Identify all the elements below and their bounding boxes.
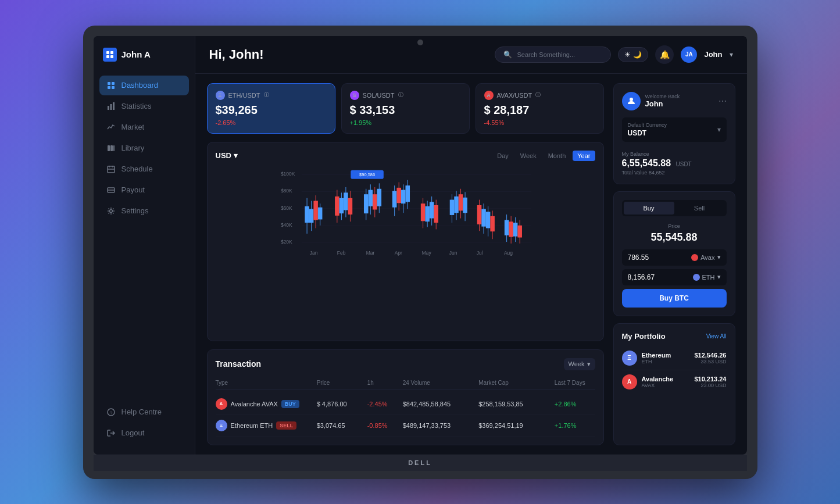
svg-rect-9	[110, 104, 112, 110]
sidebar-label-dashboard: Dashboard	[121, 81, 159, 90]
sidebar-item-statistics[interactable]: Statistics	[99, 96, 189, 116]
user-info: Welcome Back John	[622, 92, 680, 110]
sol-info-icon: ⓘ	[398, 91, 403, 99]
sidebar-user-name: John A	[121, 49, 151, 59]
ticker-header-avax: A AVAX/USDT ⓘ	[484, 91, 595, 100]
sidebar-item-market[interactable]: Market	[99, 117, 189, 137]
table-header: Type Price 1h 24 Volume Market Cap Last …	[216, 376, 595, 390]
buy-btc-button[interactable]: Buy BTC	[622, 289, 727, 308]
eth-input-currency[interactable]: ETH ▾	[693, 273, 721, 281]
sol-price: $ 33,153	[350, 103, 461, 117]
svg-rect-79	[477, 205, 481, 224]
avax-input-currency[interactable]: Avax ▾	[691, 253, 720, 261]
sidebar-label-schedule: Schedule	[121, 165, 153, 173]
logout-icon	[106, 428, 116, 438]
portfolio-item-avax[interactable]: A Avalanche AVAX $10,213.24 23.00 USD	[622, 370, 727, 394]
avax-portfolio-usd: 23.00 USD	[694, 383, 726, 388]
svg-rect-85	[490, 216, 495, 231]
chart-svg: $100K $80K $60K $40K $20K	[216, 168, 595, 261]
eth-logo: Ξ	[216, 420, 227, 431]
table-row[interactable]: A Avalanche AVAX BUY $ 4,876.00 -2.45% $…	[216, 394, 595, 415]
trade-input-avax[interactable]: 786.55 Avax ▾	[622, 249, 727, 266]
ticker-card-sol[interactable]: S SOL/USDT ⓘ $ 33,153 +1.95%	[341, 83, 470, 134]
portfolio-header: My Portfolio View All	[622, 332, 727, 341]
svg-rect-5	[112, 82, 115, 85]
trade-tab-sell[interactable]: Sell	[674, 202, 725, 215]
svg-rect-31	[305, 206, 309, 222]
time-btn-year[interactable]: Year	[573, 151, 595, 161]
svg-point-20	[109, 209, 112, 212]
chart-header: USD ▾ Day Week Month Year	[216, 151, 595, 161]
avax-logo: A	[216, 398, 227, 410]
transaction-header: Transaction Week ▾	[216, 358, 595, 370]
svg-rect-1	[110, 51, 113, 54]
trade-tabs: Buy Sell	[622, 200, 727, 216]
user-card: Welcome Back John ⋯ Default Currency USD…	[613, 83, 735, 184]
sidebar-item-schedule[interactable]: Schedule	[99, 159, 189, 179]
trade-tab-buy[interactable]: Buy	[624, 202, 674, 215]
x-label-feb: Feb	[337, 249, 345, 255]
theme-toggle[interactable]: ☀ 🌙	[618, 47, 648, 62]
eth-portfolio-sym: ETH	[642, 359, 690, 364]
main-content: Hi, John! 🔍 Search Something... ☀ 🌙 🔔 JA…	[195, 36, 747, 455]
y-label-80k: $80K	[280, 188, 292, 194]
eth-price-row: $3,074.65	[317, 422, 367, 429]
svg-rect-73	[454, 196, 459, 212]
week-selector[interactable]: Week ▾	[564, 358, 595, 370]
portfolio-item-eth[interactable]: Ξ Ethereum ETH $12,546.26 33.53 USD	[622, 346, 727, 370]
currency-selector[interactable]: USD ▾	[216, 151, 238, 160]
table-row[interactable]: Ξ Ethereum ETH SELL $3,074.65 -0.85% $48…	[216, 415, 595, 437]
balance-unit: USDT	[675, 161, 691, 167]
notification-bell[interactable]: 🔔	[655, 45, 674, 64]
sidebar-label-payout: Payout	[121, 185, 145, 194]
header-right: 🔍 Search Something... ☀ 🌙 🔔 JA John ▾	[495, 45, 732, 64]
sidebar-item-logout[interactable]: Logout	[99, 423, 189, 443]
ticker-card-eth[interactable]: Ξ ETH/USDT ⓘ $39,265 -2.65%	[207, 83, 335, 134]
sidebar-label-logout: Logout	[121, 428, 145, 437]
sol-change: +1.95%	[350, 119, 461, 126]
dashboard-icon	[106, 81, 116, 90]
currency-dropdown[interactable]: Default Currency USDT ▾	[622, 117, 727, 142]
svg-rect-13	[113, 145, 115, 151]
trade-price-value: 55,545.88	[622, 231, 727, 244]
sidebar-label-help: Help Centre	[121, 408, 162, 416]
search-placeholder: Search Something...	[517, 51, 575, 58]
user-name-header[interactable]: John	[704, 50, 722, 59]
avax-price: $ 28,187	[484, 103, 595, 117]
sidebar-item-dashboard[interactable]: Dashboard	[99, 76, 189, 95]
svg-rect-8	[108, 106, 109, 110]
time-selector: Day Week Month Year	[492, 151, 595, 161]
ticker-row: Ξ ETH/USDT ⓘ $39,265 -2.65% S SO	[207, 83, 604, 134]
svg-rect-2	[106, 55, 109, 58]
trade-input-eth[interactable]: 8,156.67 ETH ▾	[622, 269, 727, 285]
user-greeting-block: Welcome Back John	[645, 94, 680, 108]
avax-currency-label: Avax	[700, 254, 714, 261]
sidebar-item-library[interactable]: Library	[99, 138, 189, 158]
sidebar-logo: John A	[94, 48, 195, 76]
balance-label: My Balance	[622, 151, 727, 157]
avax-currency-chevron: ▾	[717, 253, 721, 261]
currency-chevron: ▾	[234, 151, 238, 160]
svg-rect-89	[509, 221, 513, 237]
svg-rect-35	[313, 201, 318, 220]
view-all-button[interactable]: View All	[706, 333, 727, 339]
time-btn-week[interactable]: Week	[516, 151, 541, 161]
ticker-card-avax[interactable]: A AVAX/USDT ⓘ $ 28,187 -4.55%	[476, 83, 604, 134]
more-options-button[interactable]: ⋯	[719, 96, 727, 106]
sidebar-item-help[interactable]: ? Help Centre	[99, 402, 189, 422]
avax-tag: BUY	[281, 400, 299, 408]
svg-rect-49	[368, 190, 373, 206]
sidebar-item-payout[interactable]: Payout	[99, 180, 189, 200]
time-btn-day[interactable]: Day	[492, 151, 513, 161]
user-dropdown-icon[interactable]: ▾	[730, 51, 733, 59]
col-market-cap: Market Cap	[478, 380, 555, 386]
avax-portfolio-sym: AVAX	[642, 383, 690, 388]
svg-rect-10	[113, 102, 115, 110]
moon-icon: 🌙	[633, 51, 642, 59]
search-box[interactable]: 🔍 Search Something...	[495, 47, 611, 63]
time-btn-month[interactable]: Month	[544, 151, 571, 161]
svg-rect-6	[108, 86, 110, 89]
eth-currency-dot	[693, 274, 700, 281]
logo-icon	[103, 48, 117, 62]
sidebar-item-settings[interactable]: Settings	[99, 201, 189, 221]
